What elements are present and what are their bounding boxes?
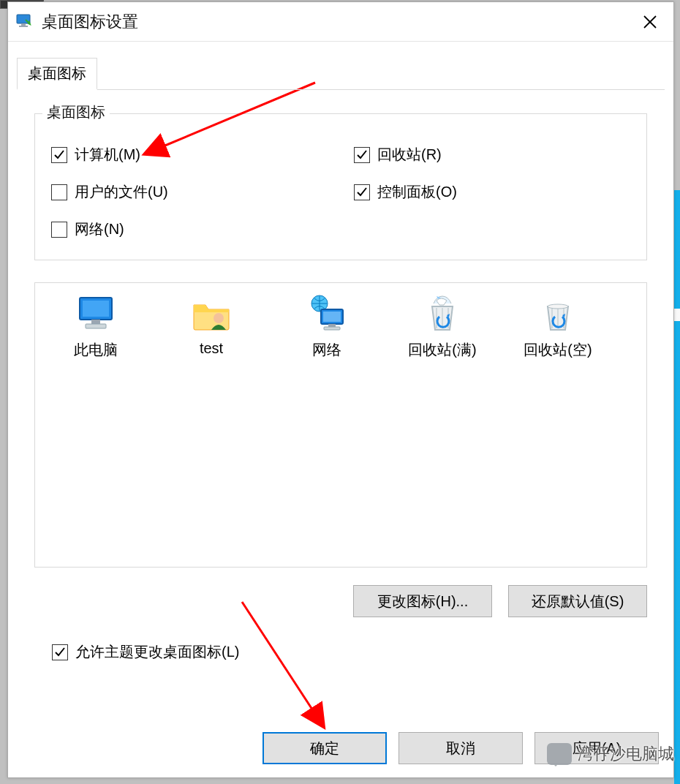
ok-button[interactable]: 确定 (262, 732, 387, 764)
icon-list: 此电脑 test (34, 282, 647, 568)
checkmark-icon (354, 147, 370, 163)
svg-rect-7 (91, 320, 100, 324)
tab-content: 桌面图标 计算机(M) 回收站(R) (17, 90, 665, 662)
close-button[interactable] (632, 4, 668, 39)
restore-default-button[interactable]: 还原默认值(S) (508, 585, 647, 617)
checkmark-icon (354, 184, 370, 200)
button-label: 还原默认值(S) (532, 592, 624, 611)
icon-item-network[interactable]: 网络 (272, 293, 382, 360)
svg-rect-1 (21, 23, 26, 26)
cancel-button[interactable]: 取消 (398, 732, 523, 764)
icon-item-this-pc[interactable]: 此电脑 (41, 293, 151, 360)
icon-item-recycle-empty[interactable]: 回收站(空) (503, 293, 613, 360)
tab-desktop-icons[interactable]: 桌面图标 (17, 58, 97, 90)
change-icon-button[interactable]: 更改图标(H)... (353, 585, 492, 617)
checkmark-icon (51, 184, 67, 200)
icon-label: 网络 (272, 340, 382, 360)
svg-rect-2 (19, 26, 28, 27)
svg-rect-13 (328, 324, 336, 327)
svg-point-9 (214, 313, 224, 323)
icon-label: 回收站(空) (503, 340, 613, 360)
wechat-icon (547, 743, 572, 765)
svg-rect-14 (324, 327, 340, 330)
checkbox-label: 计算机(M) (75, 145, 140, 165)
desktop-icons-groupbox: 桌面图标 计算机(M) 回收站(R) (34, 113, 647, 260)
watermark-text: 湾仔沙电脑城 (578, 743, 674, 765)
svg-point-15 (548, 304, 568, 309)
desktop-icon-settings-dialog: 桌面图标设置 桌面图标 桌面图标 计算机(M (7, 1, 674, 778)
icon-buttons-row: 更改图标(H)... 还原默认值(S) (34, 585, 647, 617)
checkbox-computer[interactable]: 计算机(M) (51, 145, 341, 165)
svg-rect-12 (323, 312, 341, 322)
checkmark-icon (51, 147, 67, 163)
svg-rect-6 (83, 301, 109, 317)
recycle-bin-empty-icon (536, 293, 580, 334)
tab-strip: 桌面图标 (17, 58, 665, 90)
checkmark-icon (51, 222, 67, 238)
checkbox-label: 回收站(R) (377, 145, 442, 165)
titlebar: 桌面图标设置 (8, 2, 673, 42)
recycle-bin-full-icon (420, 293, 464, 334)
checkbox-label: 允许主题更改桌面图标(L) (75, 642, 239, 662)
checkbox-network[interactable]: 网络(N) (51, 219, 341, 239)
dialog-title: 桌面图标设置 (42, 11, 632, 33)
checkbox-allow-theme[interactable]: 允许主题更改桌面图标(L) (52, 642, 647, 662)
checkbox-user-files[interactable]: 用户的文件(U) (51, 182, 341, 202)
user-folder-icon (189, 293, 233, 334)
groupbox-legend: 桌面图标 (42, 102, 110, 122)
background-edge-strip (674, 190, 680, 784)
display-settings-icon (15, 12, 34, 31)
checkbox-label: 控制面板(O) (377, 182, 457, 202)
checkbox-recycle-bin[interactable]: 回收站(R) (354, 145, 633, 165)
checkbox-control-panel[interactable]: 控制面板(O) (354, 182, 633, 202)
svg-rect-8 (86, 324, 106, 328)
icon-label: 回收站(满) (388, 340, 497, 360)
icon-label: 此电脑 (41, 340, 151, 360)
button-label: 更改图标(H)... (377, 592, 468, 611)
checkbox-label: 用户的文件(U) (75, 182, 168, 202)
checkbox-label: 网络(N) (75, 219, 124, 239)
this-pc-icon (74, 293, 118, 334)
icon-item-user-folder[interactable]: test (156, 293, 266, 357)
button-label: 确定 (310, 739, 339, 758)
icon-item-recycle-full[interactable]: 回收站(满) (388, 293, 497, 360)
watermark: 湾仔沙电脑城 (547, 743, 674, 765)
network-icon (305, 293, 349, 334)
button-label: 取消 (446, 739, 475, 758)
icon-label: test (156, 340, 266, 357)
tab-label: 桌面图标 (28, 64, 86, 83)
checkmark-icon (52, 644, 68, 660)
